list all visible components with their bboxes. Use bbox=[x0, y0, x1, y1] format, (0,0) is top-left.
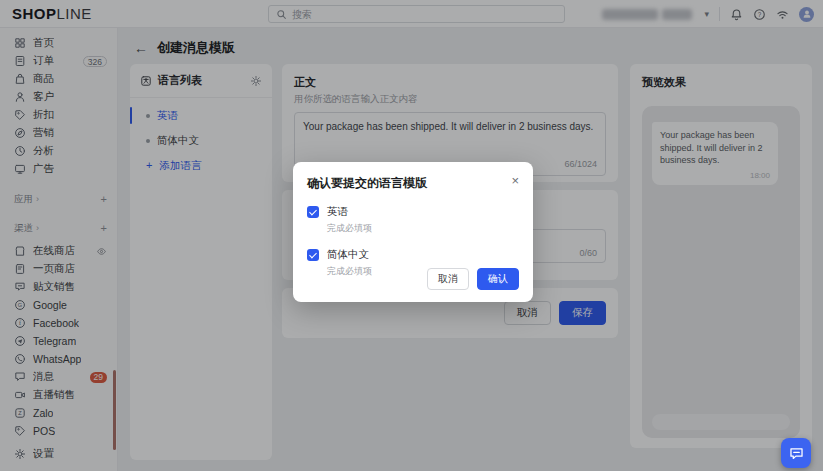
dialog-language-label: 简体中文 bbox=[327, 248, 372, 262]
checkbox-checked-icon[interactable] bbox=[307, 206, 319, 218]
dialog-title: 确认要提交的语言模版 bbox=[307, 175, 511, 192]
dialog-language-label: 英语 bbox=[327, 205, 372, 219]
chat-bubble-icon bbox=[788, 445, 805, 462]
dialog-language-status: 完成必填项 bbox=[327, 222, 372, 235]
checkbox-checked-icon[interactable] bbox=[307, 249, 319, 261]
dialog-cancel-button[interactable]: 取消 bbox=[427, 268, 469, 290]
confirm-languages-dialog: 确认要提交的语言模版 × 英语 完成必填项 简体中文 完成必填项 取消 确认 bbox=[293, 162, 533, 302]
support-chat-button[interactable] bbox=[781, 438, 811, 468]
dialog-confirm-button[interactable]: 确认 bbox=[477, 268, 519, 290]
close-icon[interactable]: × bbox=[511, 174, 519, 187]
dialog-language-row-english[interactable]: 英语 完成必填项 bbox=[307, 205, 519, 235]
dialog-language-status: 完成必填项 bbox=[327, 265, 372, 278]
